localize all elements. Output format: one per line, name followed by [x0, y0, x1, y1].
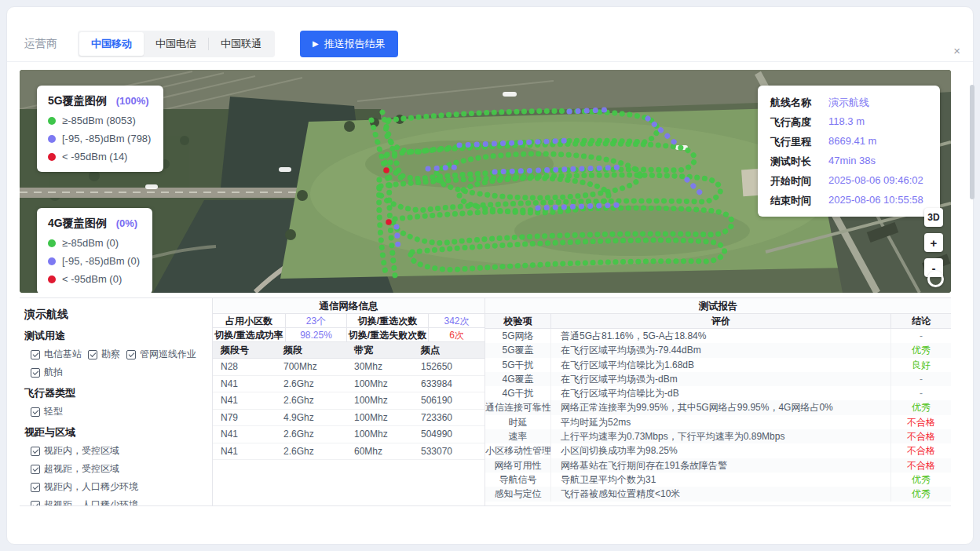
stat-label: 占用小区数 [213, 314, 286, 328]
legend-item-label: [-95, -85)dBm (798) [62, 133, 151, 144]
table-cell: 100Mhz [346, 426, 413, 443]
table-cell: N41 [213, 426, 276, 443]
conclusion: 不合格 [891, 458, 951, 473]
scrollbar[interactable] [970, 85, 975, 199]
compass-icon[interactable] [927, 271, 944, 287]
legend-4g-percent: (0%) [116, 217, 137, 229]
table-row: N412.6Ghz100Mhz506190 [213, 392, 485, 410]
map-view[interactable]: 5G覆盖图例 (100%) ≥-85dBm (8053) [-95, -85)d… [20, 70, 951, 293]
table-row: N412.6Ghz60Mhz533070 [213, 443, 485, 461]
section-title: 测试用途 [24, 329, 204, 343]
evaluation: 导航卫星平均个数为31 [551, 473, 891, 487]
evaluation: 普通5G占81.16%，5G-A占18.84% [551, 329, 891, 343]
checkbox-item[interactable]: 超视距，人口稀少环境 [31, 498, 138, 505]
table-cell: N79 [213, 410, 276, 427]
checkbox-item[interactable]: 超视距，受控区域 [31, 462, 119, 476]
table-cell: 700Mhz [276, 359, 346, 376]
info-label: 开始时间 [770, 174, 817, 188]
conclusion: 优秀 [891, 473, 951, 487]
checkbox-icon [31, 465, 40, 474]
push-report-label: 推送报告结果 [324, 37, 386, 51]
network-info-panel: 通信网络信息 占用小区数 23个 切换/重选次数 342次 切换/重选成功率 9… [213, 298, 485, 505]
checkbox-item[interactable]: 视距内，受控区域 [31, 444, 119, 458]
info-value: 8669.41 m [828, 135, 876, 149]
checkbox-icon [31, 447, 40, 456]
info-label: 航线名称 [770, 96, 817, 110]
evaluation: 网络正常连接率为99.95%，其中5G网络占99.95%，4G网络占0% [551, 400, 891, 414]
conclusion: 不合格 [891, 443, 951, 458]
evaluation: 平均时延为52ms [551, 415, 891, 429]
route-title: 演示航线 [24, 308, 204, 322]
conclusion: 优秀 [891, 400, 951, 414]
stat-label: 切换/重选失败次数 [347, 328, 429, 342]
table-cell: 4.9Ghz [276, 410, 346, 427]
checkbox-item[interactable]: 视距内，人口稀少环境 [31, 480, 138, 494]
table-cell: 152650 [413, 359, 485, 376]
tab-china-mobile[interactable]: 中国移动 [79, 32, 144, 56]
route-info-panel: 航线名称演示航线 飞行高度118.3 m 飞行里程8669.41 m 测试时长4… [758, 86, 940, 217]
table-cell: 2.6Ghz [276, 376, 346, 393]
column-header: 频点 [413, 342, 485, 359]
column-header: 结论 [891, 314, 951, 329]
checkbox-icon [31, 368, 40, 378]
play-icon: ▶ [313, 40, 319, 48]
legend-item-label: ≥-85dBm (8053) [62, 115, 136, 126]
table-cell: N41 [213, 392, 276, 410]
conclusion: - [891, 386, 951, 400]
checkbox-item[interactable]: 航拍 [31, 366, 63, 379]
tab-china-unicom[interactable]: 中国联通 [209, 32, 273, 56]
check-item: 速率 [485, 429, 551, 443]
checkbox-label: 轻型 [44, 405, 63, 418]
red-dot-icon [48, 276, 56, 283]
legend-4g-title: 4G覆盖图例 [48, 217, 107, 231]
evaluation: 在飞行区域平均场强为-dBm [551, 372, 891, 386]
evaluation: 飞行器被感知位置精度<10米 [551, 487, 891, 501]
check-item: 导航信号 [485, 473, 551, 487]
table-row: N412.6Ghz100Mhz633984 [213, 376, 485, 393]
close-icon[interactable]: × [953, 45, 960, 57]
operator-label: 运营商 [24, 37, 57, 51]
push-report-button[interactable]: ▶ 推送报告结果 [300, 31, 398, 57]
evaluation: 上行平均速率为0.73Mbps，下行平均速率为0.89Mbps [551, 429, 891, 443]
conclusion: - [891, 372, 951, 386]
report-row: 网络可用性 网络基站在飞行期间存在191条故障告警 不合格 [485, 458, 951, 473]
checkbox-item[interactable]: 勘察 [88, 348, 120, 361]
table-row: N28700Mhz30Mhz152650 [213, 359, 485, 376]
evaluation: 网络基站在飞行期间存在191条故障告警 [551, 458, 891, 473]
table-cell: 60Mhz [346, 443, 413, 461]
checkbox-item[interactable]: 电信基站 [31, 348, 82, 361]
info-value: 47min 38s [828, 155, 876, 169]
report-row: 感知与定位 飞行器被感知位置精度<10米 优秀 [485, 487, 951, 501]
legend-item-label: ≥-85dBm (0) [62, 237, 119, 249]
checkbox-icon [31, 483, 40, 492]
checkbox-item[interactable]: 管网巡线作业 [126, 348, 196, 361]
checkbox-label: 电信基站 [44, 348, 82, 361]
report-row: 5G干扰 在飞行区域平均信噪比为1.68dB 良好 [485, 358, 951, 372]
test-report-title: 测试报告 [485, 298, 951, 314]
check-item: 4G覆盖 [485, 372, 551, 386]
legend-item-label: < -95dBm (14) [62, 151, 127, 162]
evaluation: 在飞行区域平均信噪比为1.68dB [551, 358, 891, 372]
report-card: 运营商 中国移动 中国电信 中国联通 ▶ 推送报告结果 × [6, 6, 974, 545]
conclusion: 良好 [891, 358, 951, 372]
checkbox-label: 视距内，人口稀少环境 [44, 480, 138, 494]
checkbox-label: 超视距，受控区域 [44, 462, 119, 476]
checkbox-item[interactable]: 轻型 [31, 405, 63, 418]
checkbox-icon [88, 350, 97, 359]
report-row: 小区移动性管理 小区间切换成功率为98.25% 不合格 [485, 443, 951, 458]
tab-china-telecom[interactable]: 中国电信 [144, 32, 208, 56]
report-row: 4G覆盖 在飞行区域平均场强为-dBm - [485, 372, 951, 386]
network-stats: 占用小区数 23个 切换/重选次数 342次 切换/重选成功率 98.25% 切… [213, 314, 485, 342]
3d-mode-button[interactable]: 3D [924, 208, 943, 227]
table-row: N794.9Ghz100Mhz723360 [213, 410, 485, 427]
red-dot-icon [48, 153, 56, 161]
table-cell: 723360 [413, 410, 485, 427]
stat-value: 23个 [286, 314, 347, 328]
check-item: 4G干扰 [485, 386, 551, 400]
network-info-title: 通信网络信息 [213, 298, 485, 314]
table-cell: N41 [213, 376, 276, 393]
section-title: 视距与区域 [24, 425, 204, 440]
report-row: 5G网络 普通5G占81.16%，5G-A占18.84% - [485, 329, 951, 343]
zoom-in-button[interactable]: + [924, 233, 943, 252]
check-item: 通信连接可靠性 [485, 400, 551, 414]
